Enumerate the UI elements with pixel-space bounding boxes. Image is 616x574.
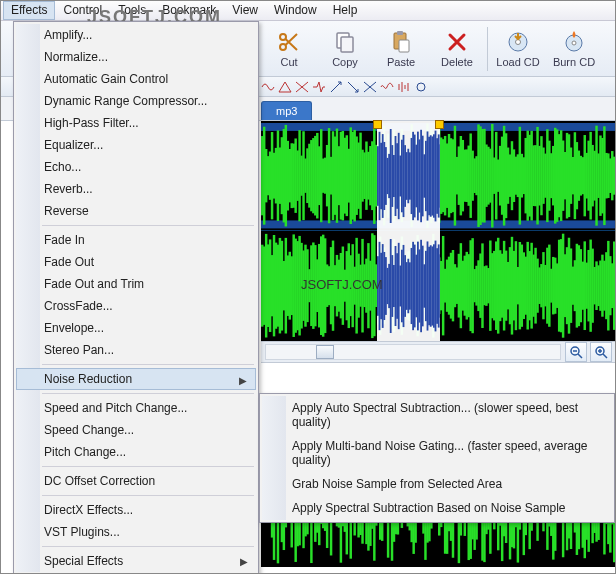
submenu-auto-spectral[interactable]: Apply Auto Spectral Subtraction... (slow… bbox=[262, 396, 612, 434]
dsp-icon[interactable] bbox=[261, 80, 275, 94]
svg-rect-380 bbox=[380, 143, 382, 209]
dsp-icon[interactable] bbox=[414, 80, 428, 94]
menu-drc[interactable]: Dynamic Range Compressor... bbox=[16, 90, 256, 112]
svg-rect-449 bbox=[435, 241, 437, 332]
svg-rect-386 bbox=[385, 147, 387, 205]
svg-rect-455 bbox=[439, 254, 440, 317]
svg-rect-390 bbox=[388, 154, 390, 198]
menu-dc-offset[interactable]: DC Offset Correction bbox=[16, 470, 256, 492]
zoom-out-button[interactable] bbox=[565, 342, 587, 362]
menu-highpass[interactable]: High-Pass Filter... bbox=[16, 112, 256, 134]
copy-button[interactable]: Copy bbox=[317, 23, 373, 75]
menu-effects[interactable]: Effects bbox=[3, 1, 55, 20]
menu-fadein[interactable]: Fade In bbox=[16, 229, 256, 251]
dsp-icon[interactable] bbox=[380, 80, 394, 94]
menu-speed[interactable]: Speed Change... bbox=[16, 419, 256, 441]
menu-speed-pitch[interactable]: Speed and Pitch Change... bbox=[16, 397, 256, 419]
svg-rect-428 bbox=[419, 139, 421, 212]
svg-rect-429 bbox=[419, 249, 421, 322]
menu-special-effects[interactable]: Special Effects▶ bbox=[16, 550, 256, 572]
svg-rect-387 bbox=[385, 257, 387, 315]
svg-rect-453 bbox=[438, 244, 440, 327]
menu-fadeout-trim[interactable]: Fade Out and Trim bbox=[16, 273, 256, 295]
svg-point-10 bbox=[572, 41, 576, 45]
submenu-grab-sample[interactable]: Grab Noise Sample from Selected Area bbox=[262, 472, 612, 496]
svg-rect-384 bbox=[383, 142, 385, 210]
menu-fadeout[interactable]: Fade Out bbox=[16, 251, 256, 273]
submenu-multiband-gating[interactable]: Apply Multi-band Noise Gating... (faster… bbox=[262, 434, 612, 472]
dsp-icon[interactable] bbox=[312, 80, 326, 94]
svg-rect-445 bbox=[431, 246, 433, 325]
delete-button[interactable]: Delete bbox=[429, 23, 485, 75]
svg-rect-391 bbox=[388, 264, 390, 308]
svg-rect-426 bbox=[417, 132, 419, 221]
menu-directx[interactable]: DirectX Effects... bbox=[16, 499, 256, 521]
svg-rect-433 bbox=[422, 246, 424, 327]
svg-rect-395 bbox=[391, 255, 393, 317]
menu-crossfade[interactable]: CrossFade... bbox=[16, 295, 256, 317]
svg-rect-415 bbox=[407, 259, 409, 313]
menu-agc[interactable]: Automatic Gain Control bbox=[16, 68, 256, 90]
menu-window[interactable]: Window bbox=[266, 1, 325, 20]
waveform-main[interactable] bbox=[261, 121, 615, 341]
svg-rect-376 bbox=[377, 146, 379, 206]
menu-pitch[interactable]: Pitch Change... bbox=[16, 441, 256, 463]
scroll-track[interactable] bbox=[265, 344, 561, 360]
copy-icon bbox=[333, 30, 357, 54]
selection-wave-icon bbox=[377, 121, 440, 341]
svg-rect-385 bbox=[383, 252, 385, 320]
file-tab[interactable]: mp3 bbox=[261, 101, 312, 120]
submenu-spectral-sample[interactable]: Apply Spectral Subtraction Based on Nois… bbox=[262, 496, 612, 520]
cut-button[interactable]: Cut bbox=[261, 23, 317, 75]
menu-reverb[interactable]: Reverb... bbox=[16, 178, 256, 200]
menu-separator bbox=[42, 466, 254, 467]
svg-rect-418 bbox=[411, 138, 413, 214]
dsp-icon[interactable] bbox=[278, 80, 292, 94]
dsp-icon[interactable] bbox=[397, 80, 411, 94]
menu-separator bbox=[42, 225, 254, 226]
svg-rect-413 bbox=[406, 262, 408, 310]
svg-rect-444 bbox=[431, 136, 433, 215]
menu-separator bbox=[42, 546, 254, 547]
menu-amplify[interactable]: Amplify... bbox=[16, 24, 256, 46]
svg-rect-3 bbox=[341, 37, 353, 52]
selection-region[interactable] bbox=[377, 121, 440, 341]
svg-rect-407 bbox=[401, 250, 403, 323]
menu-separator bbox=[42, 364, 254, 365]
dsp-icon[interactable] bbox=[363, 80, 377, 94]
dsp-icon[interactable] bbox=[295, 80, 309, 94]
svg-rect-412 bbox=[406, 152, 408, 200]
svg-rect-402 bbox=[398, 133, 400, 219]
noise-reduction-submenu: Apply Auto Spectral Subtraction... (slow… bbox=[259, 393, 615, 523]
svg-rect-393 bbox=[390, 239, 392, 333]
menu-reverse[interactable]: Reverse bbox=[16, 200, 256, 222]
svg-rect-392 bbox=[390, 129, 392, 223]
paste-button[interactable]: Paste bbox=[373, 23, 429, 75]
dsp-icon[interactable] bbox=[329, 80, 343, 94]
menu-stereopan[interactable]: Stereo Pan... bbox=[16, 339, 256, 361]
menu-equalizer[interactable]: Equalizer... bbox=[16, 134, 256, 156]
zoom-in-button[interactable] bbox=[590, 342, 612, 362]
load-cd-button[interactable]: Load CD bbox=[490, 23, 546, 75]
menu-normalize[interactable]: Normalize... bbox=[16, 46, 256, 68]
svg-rect-434 bbox=[423, 154, 425, 197]
menu-echo[interactable]: Echo... bbox=[16, 156, 256, 178]
svg-rect-438 bbox=[427, 131, 429, 220]
menu-vst[interactable]: VST Plugins... bbox=[16, 521, 256, 543]
svg-rect-422 bbox=[414, 135, 416, 218]
menu-noise-reduction[interactable]: Noise Reduction▶ bbox=[16, 368, 256, 390]
svg-rect-431 bbox=[420, 240, 422, 332]
svg-rect-414 bbox=[407, 149, 409, 203]
menu-envelope[interactable]: Envelope... bbox=[16, 317, 256, 339]
svg-rect-421 bbox=[412, 242, 414, 330]
toolbar-separator bbox=[487, 27, 488, 71]
scroll-thumb[interactable] bbox=[316, 345, 334, 359]
dsp-icon[interactable] bbox=[346, 80, 360, 94]
svg-rect-425 bbox=[415, 255, 417, 318]
svg-rect-375 bbox=[613, 241, 615, 329]
menu-help[interactable]: Help bbox=[325, 1, 366, 20]
burn-cd-button[interactable]: Burn CD bbox=[546, 23, 602, 75]
menu-view[interactable]: View bbox=[224, 1, 266, 20]
menu-separator bbox=[42, 495, 254, 496]
svg-rect-423 bbox=[414, 245, 416, 328]
